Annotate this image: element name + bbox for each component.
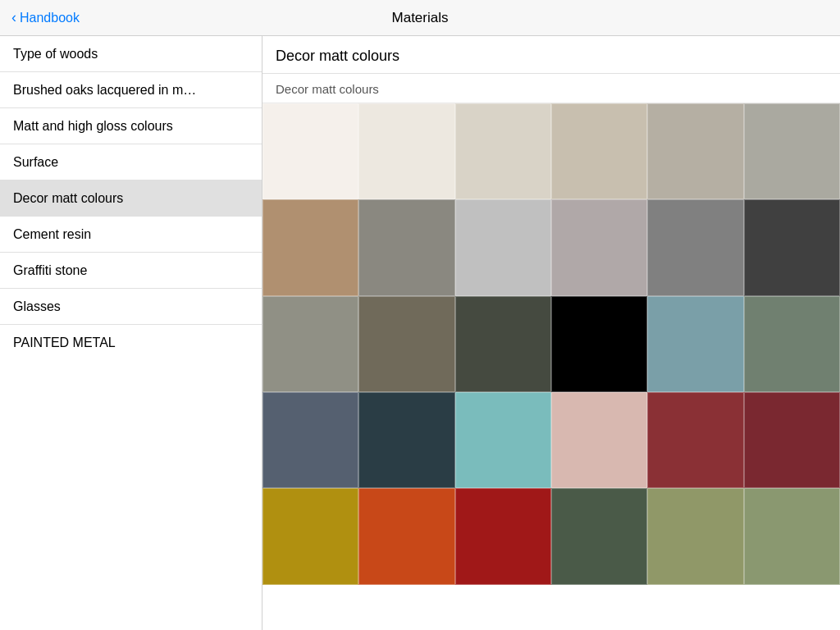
color-swatch-15[interactable] bbox=[551, 296, 647, 392]
color-swatch-11[interactable] bbox=[744, 199, 840, 295]
content-area: Decor matt colours Decor matt colours bbox=[262, 36, 840, 630]
color-swatch-13[interactable] bbox=[358, 296, 454, 392]
color-swatch-25[interactable] bbox=[358, 488, 454, 584]
color-swatch-16[interactable] bbox=[647, 296, 743, 392]
color-swatch-29[interactable] bbox=[744, 488, 840, 584]
color-swatch-27[interactable] bbox=[551, 488, 647, 584]
color-swatch-5[interactable] bbox=[744, 103, 840, 199]
sidebar-item-cement-resin[interactable]: Cement resin bbox=[0, 217, 262, 253]
color-swatch-6[interactable] bbox=[262, 199, 358, 295]
page-title: Materials bbox=[392, 10, 449, 26]
content-header: Decor matt colours bbox=[262, 36, 840, 74]
sidebar-item-surface[interactable]: Surface bbox=[0, 144, 262, 180]
color-swatch-10[interactable] bbox=[647, 199, 743, 295]
color-swatch-4[interactable] bbox=[647, 103, 743, 199]
color-swatch-23[interactable] bbox=[744, 392, 840, 488]
color-swatch-14[interactable] bbox=[455, 296, 551, 392]
sidebar-item-painted-metal[interactable]: PAINTED METAL bbox=[0, 325, 262, 361]
content-header-title: Decor matt colours bbox=[276, 48, 399, 64]
color-swatch-19[interactable] bbox=[358, 392, 454, 488]
color-swatch-21[interactable] bbox=[551, 392, 647, 488]
color-swatch-26[interactable] bbox=[455, 488, 551, 584]
color-swatch-22[interactable] bbox=[647, 392, 743, 488]
color-swatch-28[interactable] bbox=[647, 488, 743, 584]
sidebar-item-graffiti-stone[interactable]: Graffiti stone bbox=[0, 253, 262, 289]
sidebar: Type of woodsBrushed oaks lacquered in m… bbox=[0, 36, 262, 630]
color-grid bbox=[262, 103, 840, 585]
color-swatch-3[interactable] bbox=[551, 103, 647, 199]
content-section-subtitle: Decor matt colours bbox=[262, 74, 840, 103]
color-swatch-12[interactable] bbox=[262, 296, 358, 392]
color-swatch-18[interactable] bbox=[262, 392, 358, 488]
app-header: ‹ Handbook Materials bbox=[0, 0, 840, 36]
sidebar-item-type-of-woods[interactable]: Type of woods bbox=[0, 36, 262, 72]
back-label: Handbook bbox=[20, 11, 80, 25]
chevron-left-icon: ‹ bbox=[11, 9, 16, 26]
color-swatch-9[interactable] bbox=[551, 199, 647, 295]
sidebar-item-decor-matt[interactable]: Decor matt colours bbox=[0, 180, 262, 217]
color-swatch-17[interactable] bbox=[744, 296, 840, 392]
color-swatch-2[interactable] bbox=[455, 103, 551, 199]
color-swatch-1[interactable] bbox=[358, 103, 454, 199]
main-content: Type of woodsBrushed oaks lacquered in m… bbox=[0, 36, 840, 630]
color-swatch-0[interactable] bbox=[262, 103, 358, 199]
color-swatch-8[interactable] bbox=[455, 199, 551, 295]
back-button[interactable]: ‹ Handbook bbox=[11, 9, 80, 26]
color-swatch-24[interactable] bbox=[262, 488, 358, 584]
sidebar-item-brushed-oaks[interactable]: Brushed oaks lacquered in m… bbox=[0, 72, 262, 108]
color-swatch-20[interactable] bbox=[455, 392, 551, 488]
color-swatch-7[interactable] bbox=[358, 199, 454, 295]
sidebar-item-matt-high-gloss[interactable]: Matt and high gloss colours bbox=[0, 108, 262, 144]
sidebar-item-glasses[interactable]: Glasses bbox=[0, 289, 262, 325]
